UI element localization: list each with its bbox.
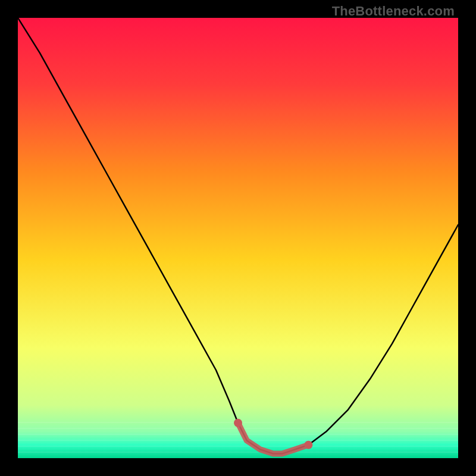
optimal-zone-endpoint [234,419,242,427]
chart-svg [18,18,458,458]
watermark-text: TheBottleneck.com [332,4,455,19]
gradient-background [18,18,458,458]
chart-frame: TheBottleneck.com [0,0,476,476]
plot-area [18,18,458,458]
optimal-zone-endpoint [304,441,312,449]
